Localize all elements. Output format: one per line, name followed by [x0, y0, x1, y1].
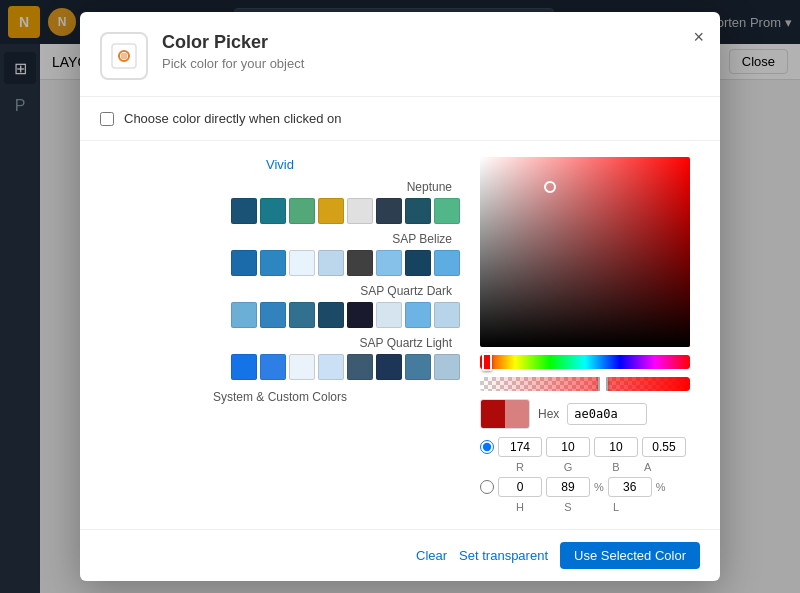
- r-input[interactable]: [498, 437, 542, 457]
- b-label: B: [594, 461, 638, 473]
- neptune-swatches: [100, 198, 460, 224]
- swatch[interactable]: [405, 250, 431, 276]
- swatch[interactable]: [405, 354, 431, 380]
- swatch[interactable]: [376, 198, 402, 224]
- color-picker-dialog: Color Picker Pick color for your object …: [80, 12, 720, 581]
- swatch[interactable]: [231, 250, 257, 276]
- sap-quartz-dark-label: SAP Quartz Dark: [100, 284, 460, 298]
- checkbox-row: Choose color directly when clicked on: [80, 97, 720, 141]
- g-label: G: [546, 461, 590, 473]
- color-inputs: R G B A % % H: [480, 437, 700, 513]
- swatch[interactable]: [318, 302, 344, 328]
- hsl-radio[interactable]: [480, 480, 494, 494]
- h-label: H: [498, 501, 542, 513]
- color-gradient-dark: [480, 157, 690, 347]
- swatch[interactable]: [405, 198, 431, 224]
- dialog-footer: Clear Set transparent Use Selected Color: [80, 529, 720, 581]
- sap-belize-swatches: [100, 250, 460, 276]
- hex-label: Hex: [538, 407, 559, 421]
- picker-section: Hex R G B A: [480, 157, 700, 513]
- swatch[interactable]: [347, 302, 373, 328]
- rgb-channel-labels: R G B A: [480, 461, 700, 473]
- sap-quartz-light-row-group: SAP Quartz Light: [100, 336, 460, 380]
- color-picker-icon: [110, 42, 138, 70]
- swatch[interactable]: [260, 302, 286, 328]
- swatch[interactable]: [289, 302, 315, 328]
- alpha-slider[interactable]: [480, 377, 690, 391]
- swatch[interactable]: [376, 354, 402, 380]
- swatch[interactable]: [405, 302, 431, 328]
- palette-section: Vivid Neptune: [100, 157, 460, 513]
- alpha-overlay: [480, 377, 690, 391]
- s-input[interactable]: [546, 477, 590, 497]
- color-preview-current: [481, 400, 505, 428]
- color-preview-previous: [505, 400, 529, 428]
- swatch[interactable]: [376, 250, 402, 276]
- swatch[interactable]: [231, 354, 257, 380]
- hue-thumb: [482, 353, 492, 371]
- a-input[interactable]: [642, 437, 686, 457]
- dialog-body: Vivid Neptune: [80, 141, 720, 529]
- swatch[interactable]: [289, 354, 315, 380]
- swatch[interactable]: [318, 354, 344, 380]
- swatch[interactable]: [347, 250, 373, 276]
- hex-row: Hex: [480, 399, 700, 429]
- swatch[interactable]: [347, 198, 373, 224]
- hue-slider[interactable]: [480, 355, 690, 369]
- color-preview: [480, 399, 530, 429]
- dialog-title: Color Picker: [162, 32, 304, 53]
- swatch[interactable]: [434, 198, 460, 224]
- sap-belize-label: SAP Belize: [100, 232, 460, 246]
- swatch[interactable]: [260, 198, 286, 224]
- palette-group-label: Vivid: [100, 157, 460, 172]
- swatch[interactable]: [318, 250, 344, 276]
- dialog-overlay: Color Picker Pick color for your object …: [0, 0, 800, 593]
- set-transparent-button[interactable]: Set transparent: [459, 548, 548, 563]
- svg-rect-2: [121, 53, 127, 59]
- swatch[interactable]: [260, 250, 286, 276]
- sap-quartz-light-swatches: [100, 354, 460, 380]
- swatch[interactable]: [260, 354, 286, 380]
- color-canvas[interactable]: [480, 157, 690, 347]
- use-selected-color-button[interactable]: Use Selected Color: [560, 542, 700, 569]
- b-input[interactable]: [594, 437, 638, 457]
- hex-input[interactable]: [567, 403, 647, 425]
- sap-quartz-dark-row-group: SAP Quartz Dark: [100, 284, 460, 328]
- swatch[interactable]: [434, 302, 460, 328]
- alpha-thumb: [598, 377, 608, 391]
- dialog-icon: [100, 32, 148, 80]
- sap-quartz-light-label: SAP Quartz Light: [100, 336, 460, 350]
- choose-color-checkbox[interactable]: [100, 112, 114, 126]
- a-label: A: [644, 461, 651, 473]
- dialog-close-button[interactable]: ×: [693, 28, 704, 46]
- rgb-input-row: [480, 437, 700, 457]
- swatch[interactable]: [231, 198, 257, 224]
- swatch[interactable]: [376, 302, 402, 328]
- s-label: S: [546, 501, 590, 513]
- s-unit: %: [594, 481, 604, 493]
- swatch[interactable]: [347, 354, 373, 380]
- swatch[interactable]: [289, 250, 315, 276]
- swatch[interactable]: [231, 302, 257, 328]
- l-input[interactable]: [608, 477, 652, 497]
- h-input[interactable]: [498, 477, 542, 497]
- swatch[interactable]: [289, 198, 315, 224]
- palette-footer: System & Custom Colors: [100, 390, 460, 404]
- hsl-input-row: % %: [480, 477, 700, 497]
- clear-button[interactable]: Clear: [416, 548, 447, 563]
- sap-quartz-dark-swatches: [100, 302, 460, 328]
- dialog-header: Color Picker Pick color for your object …: [80, 12, 720, 97]
- swatch[interactable]: [318, 198, 344, 224]
- neptune-row-group: Neptune: [100, 180, 460, 224]
- swatch[interactable]: [434, 354, 460, 380]
- l-label: L: [594, 501, 638, 513]
- hsl-channel-labels: H S L: [480, 501, 700, 513]
- dialog-subtitle: Pick color for your object: [162, 56, 304, 71]
- neptune-label: Neptune: [100, 180, 460, 194]
- dialog-title-area: Color Picker Pick color for your object: [162, 32, 304, 71]
- g-input[interactable]: [546, 437, 590, 457]
- sap-belize-row-group: SAP Belize: [100, 232, 460, 276]
- swatch[interactable]: [434, 250, 460, 276]
- rgb-radio[interactable]: [480, 440, 494, 454]
- l-unit: %: [656, 481, 666, 493]
